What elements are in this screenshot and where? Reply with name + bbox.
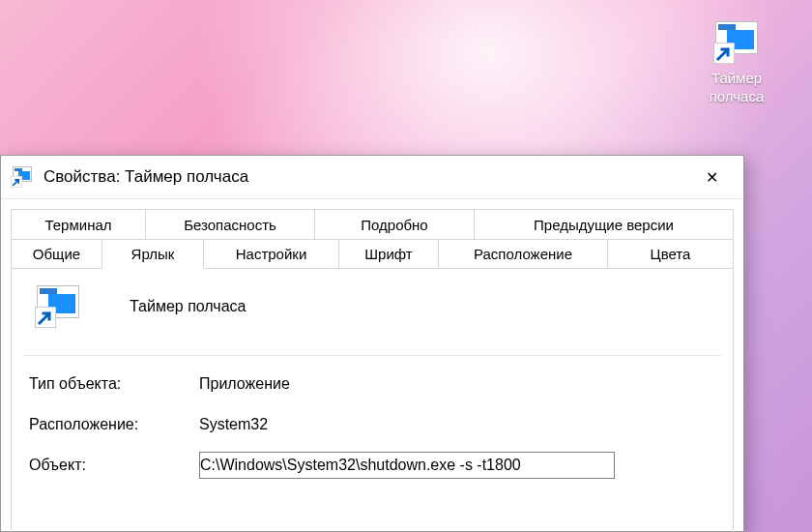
dialog-title: Свойства: Таймер полчаса [44,167,248,187]
target-label: Объект: [29,457,199,474]
tab-security[interactable]: Безопасность [146,209,315,239]
target-input[interactable]: C:\Windows\System32\shutdown.exe -s -t 1… [199,452,615,479]
tab-previous-versions[interactable]: Предыдущие версии [475,209,734,239]
properties-dialog: Свойства: Таймер полчаса ✕ Терминал Безо… [0,155,744,532]
tab-layout[interactable]: Расположение [439,239,608,269]
shortcut-panel: Таймер полчаса Тип объекта: Приложение Р… [11,268,734,532]
header-shortcut-icon [35,285,81,328]
type-value: Приложение [199,375,290,393]
tab-shortcut[interactable]: Ярлык [102,239,204,269]
titlebar[interactable]: Свойства: Таймер полчаса ✕ [1,156,743,199]
target-value-prefix: C:\Windows\System32\shutdown.exe -s -t [200,457,486,474]
desktop-shortcut-label: Таймер полчаса [690,70,783,106]
location-label: Расположение: [29,416,199,433]
shortcut-icon [713,21,760,64]
tab-details[interactable]: Подробно [315,209,475,239]
tab-general[interactable]: Общие [11,239,102,269]
shortcut-name: Таймер полчаса [130,298,246,315]
tabs: Терминал Безопасность Подробно Предыдущи… [1,199,743,269]
tab-font[interactable]: Шрифт [339,239,439,269]
target-value-selected: 1800 [486,457,521,474]
tab-settings[interactable]: Настройки [204,239,339,269]
tab-colors[interactable]: Цвета [608,239,734,269]
type-label: Тип объекта: [29,375,199,393]
location-value: System32 [199,416,268,433]
desktop-shortcut[interactable]: Таймер полчаса [690,21,783,106]
desktop: Таймер полчаса Свойства: Таймер полчаса … [0,0,812,532]
close-icon: ✕ [706,168,718,187]
separator [23,355,721,356]
titlebar-shortcut-icon [11,166,34,188]
close-button[interactable]: ✕ [690,156,734,199]
tab-terminal[interactable]: Терминал [11,209,146,239]
